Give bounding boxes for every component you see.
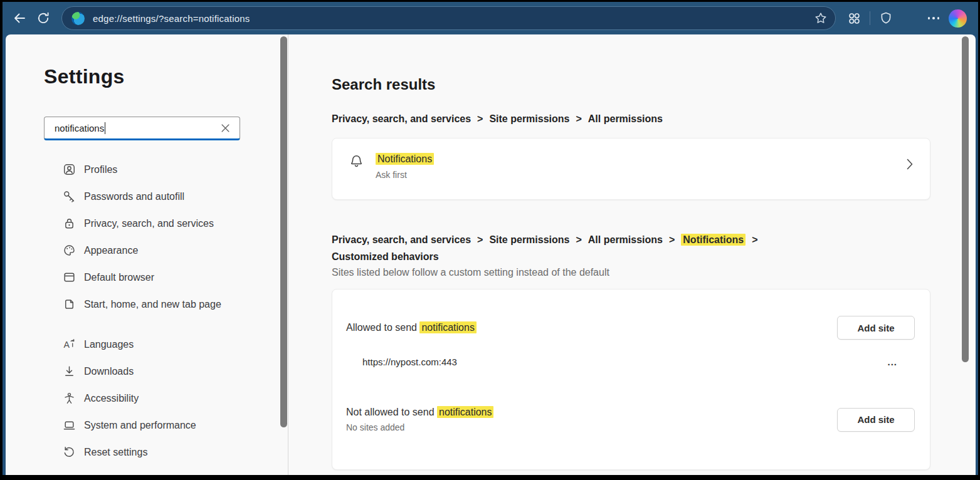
- lock-icon: [63, 217, 76, 230]
- sidebar-item-label: Reset settings: [84, 447, 147, 458]
- sidebar-item-label: Privacy, search, and services: [84, 218, 214, 229]
- back-arrow-icon: [13, 11, 26, 25]
- sidebar-item-passwords[interactable]: Passwords and autofill: [44, 183, 280, 210]
- sidebar-item-label: Languages: [84, 339, 134, 350]
- sidebar-item-label: Profiles: [84, 164, 117, 175]
- breadcrumb-separator: >: [477, 234, 483, 245]
- extensions-icon: [847, 11, 861, 26]
- breadcrumb-site-permissions[interactable]: Site permissions: [489, 234, 569, 245]
- clear-search-button[interactable]: [217, 120, 233, 136]
- url-text[interactable]: edge://settings/?search=notifications: [93, 13, 250, 24]
- breadcrumb-all-permissions[interactable]: All permissions: [588, 113, 663, 124]
- allowed-label: Allowed to send notifications: [346, 322, 477, 333]
- copilot-button[interactable]: [946, 7, 969, 29]
- breadcrumb-customized: Privacy, search, and services>Site permi…: [332, 231, 930, 265]
- browser-window-icon: [63, 271, 76, 284]
- sidebar-item-accessibility[interactable]: Accessibility: [44, 385, 280, 412]
- search-value: notifications: [55, 123, 104, 133]
- breadcrumb-site-permissions[interactable]: Site permissions: [489, 113, 569, 124]
- customized-behaviors-card: Allowed to send notifications Add site h…: [332, 289, 930, 470]
- add-site-not-allowed-button[interactable]: Add site: [837, 408, 915, 432]
- refresh-icon: [36, 11, 50, 25]
- settings-more-button[interactable]: [922, 7, 946, 29]
- breadcrumb-privacy[interactable]: Privacy, search, and services: [332, 113, 471, 124]
- favorite-star-icon[interactable]: [814, 11, 828, 25]
- not-allowed-label-highlight: notifications: [437, 406, 494, 418]
- new-tab-page-icon: [63, 298, 76, 311]
- reset-icon: [63, 446, 76, 459]
- extensions-button[interactable]: [842, 7, 866, 29]
- sidebar-item-label: Accessibility: [84, 393, 139, 404]
- sidebar-item-label: Default browser: [84, 272, 154, 283]
- close-icon: [221, 124, 229, 132]
- breadcrumb-notifications[interactable]: Notifications: [681, 234, 746, 246]
- result-subtitle: Ask first: [376, 170, 434, 180]
- back-button[interactable]: [8, 7, 31, 29]
- breadcrumb-current: Customized behaviors: [332, 251, 439, 262]
- sidebar-item-label: Downloads: [84, 366, 134, 377]
- text-caret: [105, 122, 105, 134]
- chevron-right-icon[interactable]: [906, 158, 914, 170]
- page-scrollbar[interactable]: [962, 36, 969, 362]
- address-bar[interactable]: edge://settings/?search=notifications: [61, 6, 836, 30]
- bell-icon: [349, 154, 364, 169]
- key-icon: [63, 190, 76, 203]
- sidebar-nav: Profiles Passwords and autofill Pri: [44, 156, 280, 466]
- add-site-allowed-button[interactable]: Add site: [837, 316, 915, 340]
- breadcrumb-separator: >: [669, 234, 675, 245]
- breadcrumb-separator: >: [576, 234, 581, 245]
- settings-search-input[interactable]: notifications: [44, 117, 240, 140]
- breadcrumb-separator: >: [752, 234, 757, 245]
- notifications-result-row[interactable]: Notifications Ask first: [332, 138, 930, 200]
- nav-group-gap: [44, 318, 280, 331]
- site-url: https://nypost.com:443: [362, 357, 457, 367]
- breadcrumb: Privacy, search, and services>Site permi…: [332, 110, 930, 127]
- sidebar-item-privacy[interactable]: Privacy, search, and services: [44, 210, 280, 237]
- accessibility-icon: [63, 392, 76, 405]
- site-more-actions-button[interactable]: ...: [887, 359, 897, 365]
- browser-window: edge://settings/?search=notifications: [3, 2, 978, 475]
- refresh-button[interactable]: [31, 7, 55, 29]
- sidebar-item-profiles[interactable]: Profiles: [44, 156, 280, 183]
- breadcrumb-separator: >: [576, 113, 581, 124]
- breadcrumb-all-permissions[interactable]: All permissions: [588, 234, 663, 245]
- result-title-highlight: Notifications: [376, 153, 434, 165]
- profile-button[interactable]: [898, 7, 922, 29]
- browser-essentials-button[interactable]: [874, 7, 898, 29]
- palette-icon: [63, 244, 76, 257]
- settings-sidebar: Settings notifications Profiles: [6, 34, 280, 475]
- not-allowed-label: Not allowed to send notifications: [346, 407, 493, 418]
- sidebar-item-languages[interactable]: A Languages: [44, 331, 280, 358]
- browser-toolbar: edge://settings/?search=notifications: [3, 2, 978, 34]
- sidebar-item-default-browser[interactable]: Default browser: [44, 264, 280, 291]
- breadcrumb-privacy[interactable]: Privacy, search, and services: [332, 234, 471, 245]
- edge-logo-icon: [71, 12, 85, 25]
- toolbar-divider: [870, 11, 870, 25]
- sidebar-scrollbar[interactable]: [280, 36, 287, 427]
- copilot-icon: [949, 9, 967, 28]
- no-sites-added-text: No sites added: [346, 422, 493, 432]
- more-menu-icon: [928, 17, 940, 19]
- sidebar-item-appearance[interactable]: Appearance: [44, 237, 280, 264]
- sidebar-item-label: Passwords and autofill: [84, 191, 184, 202]
- sidebar-item-downloads[interactable]: Downloads: [44, 358, 280, 385]
- sidebar-item-label: Appearance: [84, 245, 138, 256]
- sidebar-item-start-home[interactable]: Start, home, and new tab page: [44, 291, 280, 318]
- site-row: https://nypost.com:443 ...: [346, 357, 915, 367]
- page-title: Search results: [332, 76, 930, 93]
- profiles-icon: [63, 163, 76, 176]
- settings-page: Settings notifications Profiles: [6, 34, 976, 475]
- not-allowed-row: Not allowed to send notifications No sit…: [346, 407, 915, 432]
- download-icon: [63, 365, 76, 378]
- main-content: Search results Privacy, search, and serv…: [288, 34, 969, 475]
- section-description: Sites listed below follow a custom setti…: [332, 267, 930, 278]
- laptop-icon: [63, 419, 76, 432]
- breadcrumb-notifications-highlight: Notifications: [681, 234, 746, 246]
- sidebar-item-label: Start, home, and new tab page: [84, 299, 221, 310]
- allowed-label-highlight: notifications: [419, 321, 477, 333]
- avatar: [901, 9, 919, 28]
- sidebar-item-system[interactable]: System and performance: [44, 412, 280, 439]
- allowed-row: Allowed to send notifications Add site: [346, 316, 915, 340]
- sidebar-item-reset[interactable]: Reset settings: [44, 439, 280, 466]
- svg-text:A: A: [64, 340, 70, 350]
